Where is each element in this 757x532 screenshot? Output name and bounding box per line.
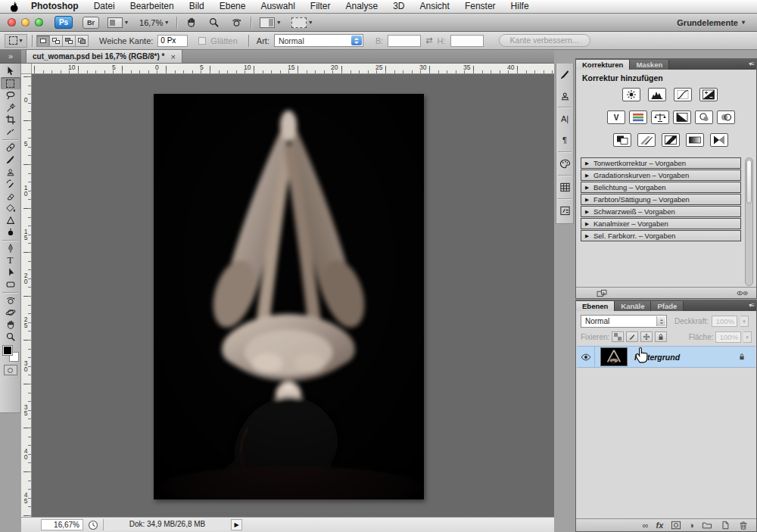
gradient-map-icon[interactable]: [686, 133, 704, 147]
tool-dodge-burn[interactable]: [1, 226, 20, 238]
expand-arrow-icon[interactable]: ▶: [585, 197, 589, 203]
tool-3d-orbit[interactable]: [1, 306, 20, 319]
panel-menu-icon[interactable]: ▾≡: [749, 61, 754, 67]
tool-blur-sharpen[interactable]: [1, 214, 20, 226]
scrollbar-thumb[interactable]: [746, 160, 752, 204]
link-dimensions-icon[interactable]: ⇄: [425, 36, 432, 45]
intersect-selection-button[interactable]: [75, 35, 89, 47]
blend-mode-select[interactable]: Normal: [581, 315, 667, 328]
vibrance-icon[interactable]: V: [607, 110, 625, 124]
tool-clone-stamp[interactable]: [1, 166, 20, 178]
arrange-documents-button[interactable]: ▾: [257, 16, 283, 30]
tool-preset-picker[interactable]: ▾: [5, 34, 27, 48]
preset-row-black-white[interactable]: ▶Schwarzweiß – Vorgaben: [581, 206, 741, 217]
tool-magic-wand[interactable]: [1, 101, 20, 114]
tab-ebenen[interactable]: Ebenen: [576, 301, 615, 311]
canvas-workspace[interactable]: [32, 74, 554, 517]
menu-photoshop[interactable]: Photoshop: [23, 0, 86, 13]
quick-mask-button[interactable]: [4, 365, 17, 375]
new-layer-icon[interactable]: [720, 521, 731, 530]
paragraph-panel-icon[interactable]: ¶: [556, 129, 573, 151]
expand-arrow-icon[interactable]: ▶: [585, 233, 589, 239]
tool-hand[interactable]: [1, 319, 20, 331]
new-adjustment-layer-icon[interactable]: ◑: [689, 521, 694, 530]
tool-crop[interactable]: [1, 114, 20, 126]
menu-fenster[interactable]: Fenster: [457, 0, 503, 13]
hand-tool-button[interactable]: [182, 15, 200, 30]
styles-panel-icon[interactable]: [556, 200, 573, 221]
close-icon[interactable]: ×: [171, 52, 176, 61]
tab-kanaele[interactable]: Kanäle: [615, 301, 651, 311]
layer-visibility-toggle[interactable]: [577, 346, 595, 368]
delete-layer-icon[interactable]: [738, 521, 749, 530]
color-balance-icon[interactable]: [651, 110, 669, 124]
menu-auswahl[interactable]: Auswahl: [253, 0, 302, 13]
add-to-selection-button[interactable]: [49, 35, 63, 47]
chevron-down-icon[interactable]: ▾: [743, 331, 752, 343]
tool-pen[interactable]: [1, 242, 20, 254]
selective-color-icon[interactable]: [710, 133, 728, 147]
height-input[interactable]: [450, 35, 484, 47]
feather-input[interactable]: [157, 35, 188, 47]
subtract-from-selection-button[interactable]: [62, 35, 76, 47]
lock-transparency-button[interactable]: [612, 331, 624, 342]
preset-row-channel-mixer[interactable]: ▶Kanalmixer – Vorgaben: [581, 218, 741, 229]
foreground-color-swatch[interactable]: [2, 345, 13, 356]
layer-name[interactable]: Hintergrund: [634, 353, 680, 362]
preset-row-exposure[interactable]: ▶Belichtung – Vorgaben: [581, 182, 741, 193]
link-layers-icon[interactable]: ∞: [643, 521, 649, 530]
screen-mode-button[interactable]: ▾: [288, 16, 315, 30]
preset-row-hue-saturation[interactable]: ▶Farbton/Sättigung – Vorgaben: [581, 194, 741, 205]
menu-bearbeiten[interactable]: Bearbeiten: [123, 0, 182, 13]
tool-paint-bucket[interactable]: [1, 202, 20, 214]
window-zoom-button[interactable]: [35, 18, 43, 26]
lock-pixels-button[interactable]: [626, 331, 638, 342]
photo-filter-icon[interactable]: [695, 110, 713, 124]
tool-shape[interactable]: [1, 278, 20, 291]
tool-eyedropper[interactable]: [1, 126, 20, 138]
posterize-icon[interactable]: [637, 133, 656, 147]
tab-masken[interactable]: Masken: [630, 60, 669, 70]
launch-bridge-button[interactable]: Br: [83, 17, 99, 29]
tool-3d-rotate[interactable]: [1, 294, 20, 306]
curves-icon[interactable]: [674, 88, 692, 101]
menu-analyse[interactable]: Analyse: [338, 0, 385, 13]
status-options-arrow[interactable]: ▶: [232, 519, 242, 530]
expand-arrow-icon[interactable]: ▶: [585, 221, 589, 227]
workspace-switcher[interactable]: Grundelemente▾: [677, 18, 749, 27]
invert-icon[interactable]: [613, 133, 631, 147]
panel-menu-icon[interactable]: ▾≡: [749, 302, 754, 309]
tab-korrekturen[interactable]: Korrekturen: [576, 60, 630, 70]
tool-healing-brush[interactable]: [1, 142, 20, 154]
rotate-view-button[interactable]: [228, 15, 245, 30]
threshold-icon[interactable]: [662, 133, 680, 147]
preset-row-selective-color[interactable]: ▶Sel. Farbkorr. – Vorgaben: [581, 230, 741, 241]
tool-lasso[interactable]: [1, 89, 20, 101]
ruler-origin-corner[interactable]: [21, 64, 32, 74]
view-extras-button[interactable]: ▾: [104, 16, 131, 30]
width-input[interactable]: [388, 35, 421, 47]
character-panel-icon[interactable]: A|: [556, 108, 573, 129]
document-image[interactable]: [154, 94, 424, 499]
menu-hilfe[interactable]: Hilfe: [503, 0, 537, 13]
new-selection-button[interactable]: [36, 35, 50, 47]
kuler-panel-icon[interactable]: [556, 176, 573, 198]
window-close-button[interactable]: [8, 18, 16, 26]
expand-arrow-icon[interactable]: ▶: [585, 209, 589, 215]
scrollbar[interactable]: [745, 157, 753, 286]
brushes-panel-icon[interactable]: [556, 64, 573, 85]
tab-pfade[interactable]: Pfade: [651, 301, 684, 311]
apple-icon[interactable]: [9, 2, 19, 12]
lock-all-button[interactable]: [655, 331, 667, 342]
document-tab[interactable]: cut_woman.psd bei 16,7% (RGB/8*) * ×: [26, 49, 182, 63]
layer-thumbnail[interactable]: [600, 347, 628, 366]
exposure-icon[interactable]: [699, 88, 718, 101]
hue-saturation-icon[interactable]: [629, 110, 647, 124]
preset-row-levels[interactable]: ▶Tonwertkorrektur – Vorgaben: [581, 157, 741, 169]
black-white-icon[interactable]: [673, 110, 691, 124]
tool-rectangular-marquee[interactable]: [1, 77, 20, 89]
clone-source-panel-icon[interactable]: [556, 85, 573, 106]
levels-icon[interactable]: [648, 88, 666, 101]
menu-filter[interactable]: Filter: [303, 0, 338, 13]
expand-arrow-icon[interactable]: ▶: [585, 160, 589, 166]
